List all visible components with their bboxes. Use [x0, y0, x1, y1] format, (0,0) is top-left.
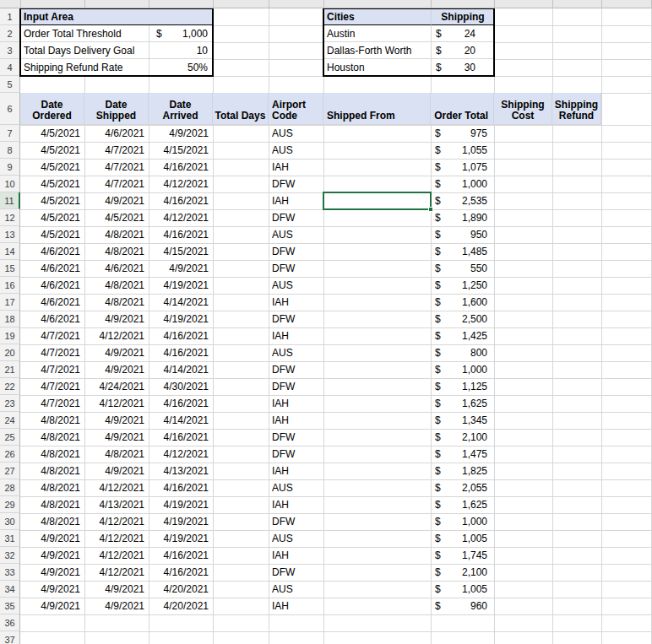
cell-order-total-row21[interactable]: $1,000 [431, 361, 494, 378]
cell-date-ordered-row33[interactable]: 4/9/2021 [20, 564, 84, 581]
row-header-35[interactable]: 35 [0, 598, 20, 614]
cell-airport-code-row23[interactable]: IAH [269, 395, 323, 412]
row-header-18[interactable]: 18 [0, 311, 20, 327]
cell-airport-code-row33[interactable]: DFW [269, 564, 323, 581]
cell-order-total-row13[interactable]: $950 [431, 226, 494, 243]
cell-airport-code-row31[interactable]: AUS [269, 530, 323, 547]
cell-date-ordered-row12[interactable]: 4/5/2021 [20, 209, 84, 226]
cell-order-total-row35[interactable]: $960 [431, 598, 494, 614]
cell-date-ordered-row28[interactable]: 4/8/2021 [20, 479, 84, 496]
cell-airport-code-row22[interactable]: DFW [269, 378, 323, 395]
cell-date-arrived-row33[interactable]: 4/16/2021 [149, 564, 213, 581]
row-header-15[interactable]: 15 [0, 260, 20, 277]
cell-date-shipped-row31[interactable]: 4/12/2021 [84, 530, 149, 547]
cell-order-total-row30[interactable]: $1,000 [431, 513, 494, 530]
row-header-19[interactable]: 19 [0, 327, 20, 344]
row-header-28[interactable]: 28 [0, 479, 20, 496]
cell-date-arrived-row24[interactable]: 4/14/2021 [149, 412, 213, 429]
cell-order-total-row25[interactable]: $2,100 [431, 429, 494, 446]
row-header-37[interactable]: 37 [0, 631, 20, 644]
cell-date-shipped-row20[interactable]: 4/9/2021 [84, 344, 149, 361]
cell-order-total-row24[interactable]: $1,345 [431, 412, 494, 429]
cell-date-shipped-row8[interactable]: 4/7/2021 [84, 142, 149, 159]
cell-date-ordered-row25[interactable]: 4/8/2021 [20, 429, 84, 446]
cell-order-total-row23[interactable]: $1,625 [431, 395, 494, 412]
cell-airport-code-row13[interactable]: AUS [269, 226, 323, 243]
row-header-30[interactable]: 30 [0, 513, 20, 530]
row-header-23[interactable]: 23 [0, 395, 20, 412]
cell-order-total-row9[interactable]: $1,075 [431, 159, 494, 176]
cell-date-shipped-row29[interactable]: 4/13/2021 [84, 496, 149, 513]
column-header-date-arrived[interactable]: DateArrived [149, 93, 213, 125]
cell-order-total-row26[interactable]: $1,475 [431, 446, 494, 463]
cell-order-total-row10[interactable]: $1,000 [431, 176, 494, 192]
cell-date-arrived-row11[interactable]: 4/16/2021 [149, 192, 213, 209]
cell-order-total-row12[interactable]: $1,890 [431, 209, 494, 226]
cell-date-arrived-row29[interactable]: 4/19/2021 [149, 496, 213, 513]
row-header-36[interactable]: 36 [0, 614, 20, 631]
cell-date-arrived-row27[interactable]: 4/13/2021 [149, 463, 213, 479]
cell-date-shipped-row9[interactable]: 4/7/2021 [84, 159, 149, 176]
cell-date-shipped-row18[interactable]: 4/9/2021 [84, 311, 149, 327]
cell-date-ordered-row31[interactable]: 4/9/2021 [20, 530, 84, 547]
cell-order-total-row27[interactable]: $1,825 [431, 463, 494, 479]
column-header-shipped-from[interactable]: Shipped From [323, 93, 431, 125]
cell-date-shipped-row12[interactable]: 4/5/2021 [84, 209, 149, 226]
row-header-11[interactable]: 11 [0, 192, 20, 209]
cell-airport-code-row11[interactable]: IAH [269, 192, 323, 209]
cell-date-arrived-row25[interactable]: 4/16/2021 [149, 429, 213, 446]
cell-order-total-row20[interactable]: $800 [431, 344, 494, 361]
cell-date-ordered-row7[interactable]: 4/5/2021 [20, 125, 84, 142]
cell-date-shipped-row24[interactable]: 4/9/2021 [84, 412, 149, 429]
column-header-date-shipped[interactable]: DateShipped [84, 93, 149, 125]
cell-date-arrived-row23[interactable]: 4/16/2021 [149, 395, 213, 412]
cell-date-arrived-row22[interactable]: 4/30/2021 [149, 378, 213, 395]
cell-order-total-row18[interactable]: $2,500 [431, 311, 494, 327]
row-header-7[interactable]: 7 [0, 125, 20, 142]
row-header-25[interactable]: 25 [0, 429, 20, 446]
row-header-1[interactable]: 1 [0, 8, 20, 25]
cell-date-ordered-row8[interactable]: 4/5/2021 [20, 142, 84, 159]
cell-date-shipped-row19[interactable]: 4/12/2021 [84, 327, 149, 344]
cell-date-shipped-row30[interactable]: 4/12/2021 [84, 513, 149, 530]
cell-date-ordered-row29[interactable]: 4/8/2021 [20, 496, 84, 513]
cell-date-ordered-row35[interactable]: 4/9/2021 [20, 598, 84, 614]
cell-date-arrived-row26[interactable]: 4/12/2021 [149, 446, 213, 463]
cell-date-ordered-row34[interactable]: 4/9/2021 [20, 581, 84, 598]
city-name-0[interactable]: Austin [323, 25, 431, 42]
cell-date-arrived-row9[interactable]: 4/16/2021 [149, 159, 213, 176]
row-header-13[interactable]: 13 [0, 226, 20, 243]
cell-order-total-row28[interactable]: $2,055 [431, 479, 494, 496]
column-header-airport-code[interactable]: AirportCode [269, 93, 323, 125]
row-header-9[interactable]: 9 [0, 159, 20, 176]
cell-airport-code-row18[interactable]: DFW [269, 311, 323, 327]
cell-date-shipped-row7[interactable]: 4/6/2021 [84, 125, 149, 142]
column-header-shipping-cost[interactable]: ShippingCost [494, 93, 552, 125]
cell-date-shipped-row13[interactable]: 4/8/2021 [84, 226, 149, 243]
cell-date-arrived-row10[interactable]: 4/12/2021 [149, 176, 213, 192]
cell-date-shipped-row21[interactable]: 4/9/2021 [84, 361, 149, 378]
cell-airport-code-row15[interactable]: DFW [269, 260, 323, 277]
cell-date-ordered-row20[interactable]: 4/7/2021 [20, 344, 84, 361]
row-header-6[interactable]: 6 [0, 93, 20, 125]
cell-date-shipped-row26[interactable]: 4/8/2021 [84, 446, 149, 463]
cell-order-total-row17[interactable]: $1,600 [431, 294, 494, 311]
cell-order-total-row32[interactable]: $1,745 [431, 547, 494, 564]
cell-date-shipped-row14[interactable]: 4/8/2021 [84, 243, 149, 260]
column-header-date-ordered[interactable]: DateOrdered [20, 93, 84, 125]
cell-airport-code-row26[interactable]: DFW [269, 446, 323, 463]
cell-date-shipped-row23[interactable]: 4/12/2021 [84, 395, 149, 412]
cell-date-shipped-row16[interactable]: 4/8/2021 [84, 277, 149, 294]
row-header-16[interactable]: 16 [0, 277, 20, 294]
cell-date-shipped-row11[interactable]: 4/9/2021 [84, 192, 149, 209]
cell-date-arrived-row35[interactable]: 4/20/2021 [149, 598, 213, 614]
cell-date-ordered-row9[interactable]: 4/5/2021 [20, 159, 84, 176]
active-cell-selection[interactable] [323, 192, 432, 210]
cell-airport-code-row8[interactable]: AUS [269, 142, 323, 159]
cell-order-total-row11[interactable]: $2,535 [431, 192, 494, 209]
column-header-shipping-refund[interactable]: ShippingRefund [552, 93, 601, 125]
cell-airport-code-row24[interactable]: IAH [269, 412, 323, 429]
cell-date-arrived-row18[interactable]: 4/19/2021 [149, 311, 213, 327]
row-header-27[interactable]: 27 [0, 463, 20, 479]
cell-date-arrived-row32[interactable]: 4/16/2021 [149, 547, 213, 564]
